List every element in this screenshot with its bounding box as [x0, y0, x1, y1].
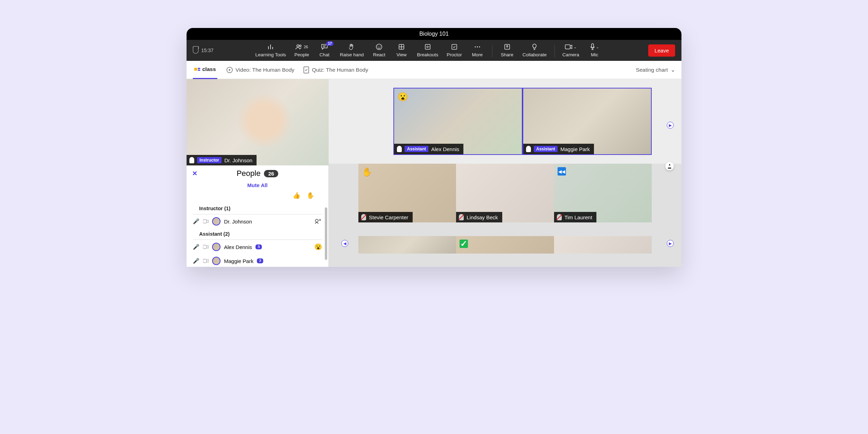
- camera-button[interactable]: ⌄ Camera: [558, 43, 583, 57]
- class-title: Biology 101: [419, 31, 449, 37]
- speaking-icon: [314, 218, 322, 225]
- name-tag: Tim Laurent: [554, 212, 596, 222]
- svg-point-2: [376, 44, 382, 50]
- svg-rect-12: [565, 45, 570, 49]
- section-assistant: Assistant (2): [193, 228, 322, 240]
- camera-icon[interactable]: [203, 219, 209, 223]
- nav-next-button[interactable]: ▶: [667, 240, 674, 247]
- instructor-video-tile[interactable]: Instructor Dr. Johnson: [187, 79, 329, 165]
- person-name: Dr. Johnson: [224, 219, 252, 225]
- class-logo-icon: [194, 68, 200, 71]
- seating-chart-dropdown[interactable]: Seating chart ⌄: [636, 67, 675, 73]
- camera-icon: ⌄: [565, 43, 576, 50]
- people-panel-title: People: [237, 169, 261, 178]
- svg-point-17: [315, 219, 318, 222]
- camera-icon[interactable]: [203, 259, 209, 263]
- raised-hand-icon[interactable]: ✋: [307, 192, 314, 199]
- proctor-button[interactable]: Proctor: [442, 43, 466, 57]
- toolbar-center-group: Learning Tools 26 People 17 Chat: [251, 43, 606, 57]
- person-row-instructor[interactable]: 🎤 Dr. Johnson: [187, 214, 328, 228]
- camera-icon[interactable]: [203, 245, 209, 249]
- participant-name: Tim Laurent: [565, 214, 592, 220]
- assistant-video-tile-2[interactable]: Assistant Maggie Park: [523, 88, 652, 155]
- hand-icon: [349, 43, 355, 50]
- main-toolbar: 15:37 Learning Tools 26 People 17: [187, 40, 681, 61]
- more-button[interactable]: More: [466, 43, 489, 57]
- mic-icon: ⌄: [590, 43, 599, 50]
- student-video-tile[interactable]: [358, 236, 456, 254]
- person-row-assistant-1[interactable]: 🎤 Alex Dennis 3 😮: [187, 240, 328, 254]
- role-badge: Instructor: [197, 157, 222, 163]
- students-grid: ✋ Stevie Carpenter Lindsay Beck ◀◀: [329, 164, 681, 267]
- nav-prev-button[interactable]: ◀: [341, 240, 348, 247]
- svg-rect-18: [203, 245, 206, 249]
- message-badge[interactable]: 3: [255, 244, 262, 249]
- avatar: [212, 243, 220, 251]
- assistants-row: 😮 Assistant Alex Dennis Assistant Maggie…: [329, 79, 681, 164]
- toolbar-divider: [492, 45, 492, 57]
- share-button[interactable]: Share: [496, 43, 518, 57]
- person-row-assistant-2[interactable]: 🎤 Maggie Park 2: [187, 254, 328, 267]
- scrollbar[interactable]: [325, 207, 327, 260]
- video-placeholder: [554, 236, 652, 254]
- view-button[interactable]: View: [390, 43, 413, 57]
- video-placeholder: [358, 236, 456, 254]
- message-badge[interactable]: 2: [257, 258, 263, 263]
- breakouts-button[interactable]: Breakouts: [413, 43, 442, 57]
- svg-point-4: [380, 46, 380, 47]
- chat-button[interactable]: 17 Chat: [313, 43, 336, 57]
- student-video-tile[interactable]: [554, 236, 652, 254]
- svg-point-0: [297, 45, 299, 47]
- bulb-icon: [532, 43, 537, 50]
- chat-badge: 17: [326, 41, 334, 46]
- thumbs-up-icon[interactable]: 👍: [293, 192, 300, 199]
- student-video-tile[interactable]: ✓: [456, 236, 554, 254]
- svg-point-1: [299, 45, 301, 47]
- share-icon: [504, 43, 510, 50]
- mic-icon: [397, 146, 402, 152]
- people-count-pill: 26: [264, 170, 278, 177]
- mic-icon[interactable]: 🎤: [193, 218, 200, 225]
- raise-hand-button[interactable]: Raise hand: [336, 43, 368, 57]
- video-placeholder: [456, 236, 554, 254]
- raised-hand-emoji: ✋: [362, 167, 372, 177]
- people-button[interactable]: 26 People: [290, 43, 313, 57]
- student-video-tile[interactable]: ✋ Stevie Carpenter: [358, 164, 456, 222]
- leave-button[interactable]: Leave: [648, 44, 675, 57]
- tab-quiz[interactable]: Quiz: The Human Body: [303, 66, 368, 73]
- instructor-name: Dr. Johnson: [224, 157, 252, 163]
- svg-rect-19: [203, 259, 206, 263]
- mic-icon: [526, 146, 531, 152]
- close-icon[interactable]: ✕: [192, 170, 197, 177]
- shield-icon: [193, 47, 198, 54]
- collaborate-button[interactable]: Collaborate: [518, 43, 551, 57]
- mic-muted-icon: [459, 214, 464, 220]
- grid-icon: [398, 43, 405, 50]
- people-panel: ✕ People 26 Mute All 👍 ✋ Instructor (1) …: [187, 165, 329, 267]
- student-video-tile[interactable]: ◀◀ Tim Laurent: [554, 164, 652, 222]
- reaction-emoji: 😮: [314, 243, 322, 251]
- toolbar-divider-2: [554, 45, 555, 57]
- tab-video[interactable]: Video: The Human Body: [226, 67, 294, 73]
- svg-rect-13: [592, 44, 594, 48]
- nav-next-button[interactable]: ▶: [667, 122, 674, 129]
- participant-name: Stevie Carpenter: [369, 214, 408, 220]
- tab-class[interactable]: class: [193, 61, 217, 79]
- mic-icon[interactable]: 🎤: [193, 258, 200, 264]
- mic-button[interactable]: ⌄ Mic: [583, 43, 606, 57]
- smile-icon: [376, 43, 383, 50]
- person-name: Maggie Park: [224, 258, 253, 264]
- mute-all-button[interactable]: Mute All: [187, 182, 328, 192]
- name-tag: Assistant Alex Dennis: [394, 144, 463, 154]
- document-check-icon: [303, 66, 309, 73]
- collapse-toggle[interactable]: ▴▬: [665, 162, 674, 170]
- mic-icon[interactable]: 🎤: [193, 244, 200, 250]
- assistant-video-tile-1[interactable]: 😮 Assistant Alex Dennis: [393, 88, 523, 155]
- play-circle-icon: [226, 67, 233, 73]
- avatar: [212, 217, 220, 226]
- student-video-tile[interactable]: Lindsay Beck: [456, 164, 554, 222]
- chevron-down-icon: ⌄: [671, 67, 675, 73]
- left-column: Instructor Dr. Johnson ✕ People 26 Mute …: [187, 79, 329, 267]
- learning-tools-button[interactable]: Learning Tools: [251, 43, 290, 57]
- react-button[interactable]: React: [368, 43, 390, 57]
